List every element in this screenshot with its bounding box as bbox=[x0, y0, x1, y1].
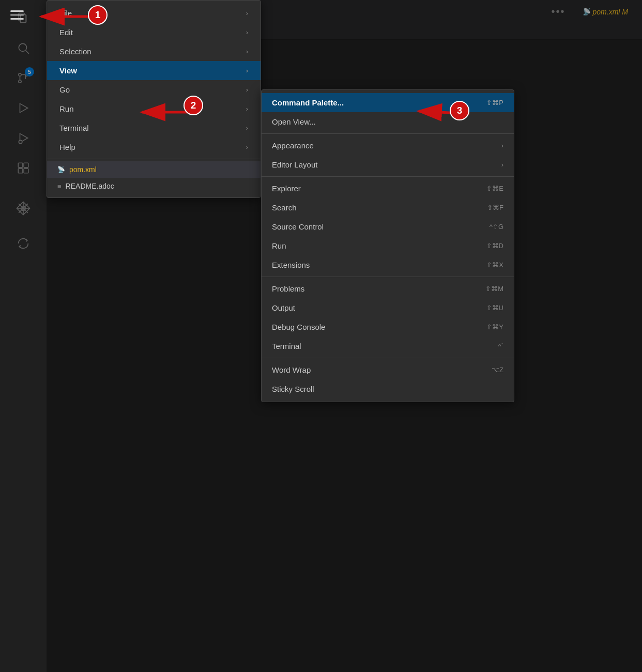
terminal-chevron-icon: › bbox=[246, 124, 248, 132]
debug-console-shortcut: ⇧⌘Y bbox=[486, 323, 503, 331]
menu-item-selection[interactable]: Selection › bbox=[47, 42, 261, 61]
terminal-view-label: Terminal bbox=[272, 342, 301, 350]
menu-item-go[interactable]: Go › bbox=[47, 80, 261, 99]
submenu-item-explorer[interactable]: Explorer ⇧⌘E bbox=[262, 179, 514, 198]
menu-item-terminal[interactable]: Terminal › bbox=[47, 118, 261, 138]
menu-item-edit[interactable]: Edit › bbox=[47, 23, 261, 42]
command-palette-shortcut: ⇧⌘P bbox=[486, 99, 503, 106]
submenu-item-debug-console[interactable]: Debug Console ⇧⌘Y bbox=[262, 317, 514, 337]
search-label: Search bbox=[272, 203, 297, 212]
search-shortcut: ⇧⌘F bbox=[487, 204, 503, 211]
menu-item-run[interactable]: Run › bbox=[47, 99, 261, 118]
submenu-divider-1 bbox=[262, 133, 514, 134]
annotation-circle-3: 3 bbox=[450, 101, 469, 120]
submenu-item-source-control[interactable]: Source Control ^⇧G bbox=[262, 217, 514, 236]
problems-label: Problems bbox=[272, 284, 304, 293]
readme-filename: README.adoc bbox=[66, 182, 114, 190]
debug-console-label: Debug Console bbox=[272, 323, 325, 331]
command-palette-label: Command Palette... bbox=[272, 98, 344, 107]
submenu-divider-2 bbox=[262, 176, 514, 177]
annotation-number-2: 2 bbox=[184, 96, 203, 115]
submenu-item-terminal-view[interactable]: Terminal ^` bbox=[262, 337, 514, 356]
submenu-item-word-wrap[interactable]: Word Wrap ⌥Z bbox=[262, 360, 514, 379]
pom-rss-icon: 📡 bbox=[57, 166, 65, 173]
explorer-shortcut: ⇧⌘E bbox=[486, 185, 503, 192]
extensions-shortcut: ⇧⌘X bbox=[486, 261, 503, 269]
submenu-item-command-palette[interactable]: Command Palette... ⇧⌘P bbox=[262, 93, 514, 112]
submenu-item-open-view[interactable]: Open View... bbox=[262, 112, 514, 131]
annotation-number-1: 1 bbox=[88, 5, 108, 25]
annotation-circle-1: 1 bbox=[88, 5, 108, 25]
help-chevron-icon: › bbox=[246, 143, 248, 151]
editor-layout-label: Editor Layout bbox=[272, 160, 317, 169]
appearance-chevron-icon: › bbox=[501, 142, 503, 149]
file-chevron-icon: › bbox=[246, 9, 248, 17]
submenu-item-problems[interactable]: Problems ⇧⌘M bbox=[262, 279, 514, 298]
explorer-label: Explorer bbox=[272, 184, 301, 193]
go-chevron-icon: › bbox=[246, 86, 248, 94]
submenu-item-editor-layout[interactable]: Editor Layout › bbox=[262, 155, 514, 174]
appearance-label: Appearance bbox=[272, 141, 314, 150]
terminal-shortcut: ^` bbox=[498, 342, 503, 350]
run-view-label: Run bbox=[272, 241, 286, 250]
source-control-shortcut: ^⇧G bbox=[490, 223, 503, 231]
hamburger-line-1 bbox=[10, 10, 24, 12]
primary-menu: File › Edit › Selection › View › Go › Ru… bbox=[47, 0, 261, 198]
selection-chevron-icon: › bbox=[246, 48, 248, 55]
hamburger-line-2 bbox=[10, 14, 24, 16]
annotation-number-3: 3 bbox=[450, 101, 469, 120]
readme-list-icon: ≡ bbox=[57, 182, 62, 190]
view-chevron-icon: › bbox=[246, 67, 248, 74]
run-shortcut: ⇧⌘D bbox=[486, 242, 503, 250]
output-label: Output bbox=[272, 303, 295, 312]
run-chevron-icon: › bbox=[246, 105, 248, 113]
submenu-divider-3 bbox=[262, 277, 514, 277]
editor-layout-chevron-icon: › bbox=[501, 161, 503, 169]
menu-item-view[interactable]: View › bbox=[47, 61, 261, 80]
source-control-label: Source Control bbox=[272, 222, 324, 231]
edit-chevron-icon: › bbox=[246, 28, 248, 36]
submenu-item-output[interactable]: Output ⇧⌘U bbox=[262, 298, 514, 317]
view-submenu: Command Palette... ⇧⌘P Open View... Appe… bbox=[261, 89, 514, 402]
sticky-scroll-label: Sticky Scroll bbox=[272, 385, 314, 393]
menu-divider-1 bbox=[47, 159, 261, 159]
submenu-item-sticky-scroll[interactable]: Sticky Scroll bbox=[262, 379, 514, 399]
submenu-item-search[interactable]: Search ⇧⌘F bbox=[262, 198, 514, 217]
file-item-readme[interactable]: ≡ README.adoc bbox=[47, 178, 261, 194]
open-view-label: Open View... bbox=[272, 117, 316, 126]
menu-item-file[interactable]: File › bbox=[47, 4, 261, 23]
pom-filename: pom.xml bbox=[69, 165, 97, 174]
annotation-circle-2: 2 bbox=[184, 96, 203, 115]
extensions-view-label: Extensions bbox=[272, 261, 310, 269]
hamburger-menu-button[interactable] bbox=[10, 10, 24, 20]
menu-item-help[interactable]: Help › bbox=[47, 138, 261, 157]
hamburger-line-3 bbox=[10, 18, 24, 20]
submenu-item-appearance[interactable]: Appearance › bbox=[262, 136, 514, 155]
file-item-pom[interactable]: 📡 pom.xml bbox=[47, 161, 261, 178]
word-wrap-label: Word Wrap bbox=[272, 365, 311, 374]
submenu-divider-4 bbox=[262, 358, 514, 358]
output-shortcut: ⇧⌘U bbox=[486, 304, 503, 312]
submenu-item-extensions[interactable]: Extensions ⇧⌘X bbox=[262, 255, 514, 274]
word-wrap-shortcut: ⌥Z bbox=[492, 366, 503, 374]
submenu-item-run-view[interactable]: Run ⇧⌘D bbox=[262, 236, 514, 255]
problems-shortcut: ⇧⌘M bbox=[485, 285, 503, 293]
